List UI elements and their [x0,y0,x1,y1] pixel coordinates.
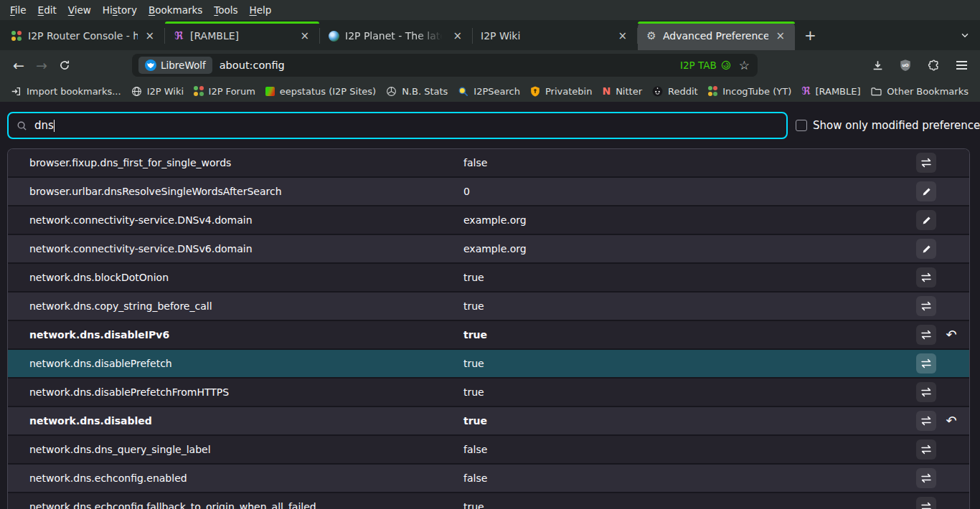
pref-row[interactable]: network.dns.disablePrefetchtrue [8,350,969,379]
toggle-button[interactable] [916,153,936,173]
bookmark-star-button[interactable]: ☆ [738,58,751,72]
tab-title: I2P Wiki [481,30,611,42]
tab-advanced-preferences[interactable]: ⚙Advanced Preferences× [638,22,795,50]
tab-i2p-router-console-home[interactable]: I2P Router Console - home× [3,22,164,50]
pref-actions [916,497,969,509]
pref-row[interactable]: network.connectivity-service.DNSv4.domai… [8,206,969,235]
bookmark-import-bookmarks[interactable]: Import bookmarks... [6,84,126,99]
show-modified-checkbox[interactable] [796,120,807,131]
pref-row[interactable]: network.dns.echconfig.fallback_to_origin… [8,493,969,509]
pref-row[interactable]: network.dns.echconfig.enabledfalse [8,465,969,493]
extensions-button[interactable] [922,54,945,77]
toggle-button[interactable] [916,439,936,460]
bookmark-i2p-wiki[interactable]: I2P Wiki [126,84,189,99]
tab-i2p-planet-the-latest-arou[interactable]: I2P Planet - The latest arou× [320,22,472,50]
pref-row[interactable]: network.dns.disablePrefetchFromHTTPStrue [8,379,969,407]
globe-icon [131,86,142,97]
menu-help[interactable]: Help [244,1,278,19]
edit-button[interactable] [916,181,936,201]
reset-button[interactable]: ↶ [943,414,960,427]
pref-name: network.dns.disabled [29,415,463,427]
tab-ramble[interactable]: ℜ[RAMBLE]× [165,22,319,50]
other-bookmarks-label: Other Bookmarks [887,86,969,97]
pref-row[interactable]: browser.fixup.dns_first_for_single_words… [8,149,969,178]
toggle-button[interactable] [916,411,936,431]
downloads-button[interactable] [866,54,889,77]
pref-row[interactable]: network.connectivity-service.DNSv6.domai… [8,235,969,264]
hamburger-menu-icon [956,61,967,69]
about-config-page: dns Show only modified preferences brows… [0,102,980,509]
pref-row[interactable]: network.dns.blockDotOniontrue [8,264,969,292]
ramble-icon: ℜ [801,86,810,97]
pref-value: true [463,501,916,509]
tab-close-button[interactable]: × [613,29,631,43]
forward-button[interactable]: → [30,54,53,77]
tab-close-button[interactable]: × [296,29,314,43]
forward-icon: → [36,57,47,73]
pref-name: network.dns.echconfig.enabled [29,472,463,484]
bookmark-incogtube-yt[interactable]: IncogTube (YT) [703,84,797,99]
toggle-button[interactable] [916,497,936,509]
app-menu-button[interactable] [950,54,973,77]
other-bookmarks-button[interactable]: Other Bookmarks [868,84,971,99]
tab-i2p-wiki[interactable]: I2P Wiki× [473,22,637,50]
url-bar[interactable]: LibreWolf about:config I2P TAB ☆ [132,54,758,77]
bookmark-ramble[interactable]: ℜ[RAMBLE] [796,84,865,99]
pref-value: false [463,444,916,455]
list-all-tabs-button[interactable] [957,27,980,43]
toggle-button[interactable] [916,353,936,374]
pref-row[interactable]: browser.urlbar.dnsResolveSingleWordsAfte… [8,178,969,206]
toggle-button[interactable] [916,382,936,402]
menu-bookmarks[interactable]: Bookmarks [143,1,208,19]
menu-history[interactable]: History [97,1,143,19]
pref-actions: ↶ [916,411,969,431]
pref-actions [916,468,969,488]
new-tab-button[interactable]: + [795,27,826,44]
pref-row[interactable]: network.dns.copy_string_before_calltrue [8,292,969,321]
tab-close-button[interactable]: × [141,29,159,43]
ublock-origin-button[interactable]: uO [894,54,917,77]
stats-dial-icon [386,86,397,97]
bookmark-n-b-stats[interactable]: N.B. Stats [381,84,453,99]
tab-title: Advanced Preferences [663,30,768,42]
bookmark-privatebin[interactable]: Privatebin [525,84,597,99]
bookmark-label: Import bookmarks... [27,86,121,97]
url-text: about:config [220,60,285,71]
toggle-button[interactable] [916,267,936,287]
bookmark-i2p-forum[interactable]: I2P Forum [189,84,260,99]
menu-tools[interactable]: Tools [208,1,243,19]
menu-bar: FileEditViewHistoryBookmarksToolsHelp [0,0,980,20]
site-identity-chip[interactable]: LibreWolf [138,57,212,74]
reload-button[interactable] [53,54,76,77]
toggle-button[interactable] [916,325,936,345]
bookmark-i2psearch[interactable]: I2PSearch [453,84,525,99]
tab-close-button[interactable]: × [448,29,466,43]
search-magnifier-icon [458,86,468,97]
bookmark-eepstatus-i2p-sites[interactable]: eepstatus (I2P Sites) [260,84,381,99]
menu-edit[interactable]: Edit [32,1,62,19]
pref-row[interactable]: network.dns.disabledtrue↶ [8,407,969,436]
identity-chip-label: LibreWolf [161,60,206,71]
bookmark-label: IncogTube (YT) [722,86,791,97]
privatebin-shield-icon [530,86,540,97]
bookmark-nitter[interactable]: NNitter [597,84,647,99]
folder-icon [871,87,882,96]
search-input[interactable]: dns [7,112,788,139]
pref-actions: ↶ [916,325,969,345]
pref-row[interactable]: network.dns.disableIPv6true↶ [8,321,969,350]
reload-icon [59,60,70,71]
menu-view[interactable]: View [62,1,97,19]
pref-row[interactable]: network.dns.dns_query_single_labelfalse [8,436,969,465]
bookmark-label: Privatebin [545,86,592,97]
tab-close-button[interactable]: × [771,29,789,43]
toggle-button[interactable] [916,468,936,488]
tab-title: I2P Router Console - home [28,30,138,42]
toggle-button[interactable] [916,296,936,316]
bookmark-reddit[interactable]: Reddit [647,84,703,99]
menu-file[interactable]: File [4,1,32,19]
edit-button[interactable] [916,210,936,230]
search-icon [17,120,27,131]
reset-button[interactable]: ↶ [943,328,960,341]
edit-button[interactable] [916,239,936,259]
back-button[interactable]: ← [7,54,30,77]
